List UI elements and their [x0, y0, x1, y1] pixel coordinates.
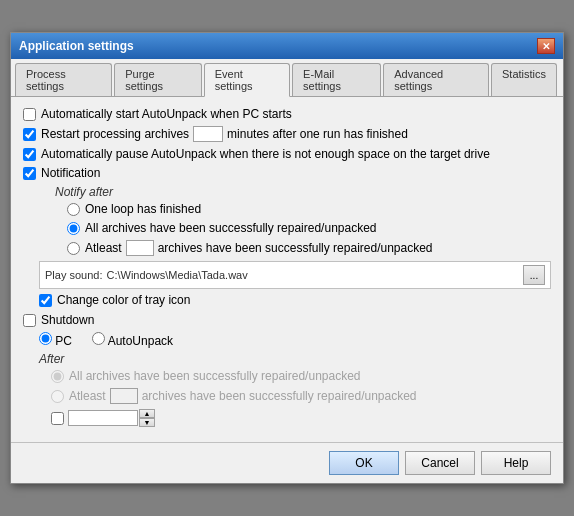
auto-start-label[interactable]: Automatically start AutoUnpack when PC s…: [23, 107, 292, 121]
shutdown-all-archives-label[interactable]: All archives have been successfully repa…: [51, 369, 361, 383]
one-loop-row: One loop has finished: [67, 202, 551, 216]
shutdown-atleast-value[interactable]: 1: [110, 388, 138, 404]
restart-processing-label[interactable]: Restart processing archives: [23, 127, 189, 141]
tab-purge-settings[interactable]: Purge settings: [114, 63, 202, 96]
all-archives-text: All archives have been successfully repa…: [85, 221, 377, 235]
shutdown-checkbox[interactable]: [23, 314, 36, 327]
atleast-radio[interactable]: [67, 242, 80, 255]
time-spinner: ▲ ▼: [139, 409, 155, 427]
notification-label: Notification: [41, 166, 100, 180]
auto-pause-text: Automatically pause AutoUnpack when ther…: [41, 147, 490, 161]
pc-radio[interactable]: [39, 332, 52, 345]
notification-indent: Notify after One loop has finished All a…: [39, 185, 551, 307]
close-button[interactable]: ✕: [537, 38, 555, 54]
shutdown-time-checkbox[interactable]: [51, 412, 64, 425]
atleast-suffix-text: archives have been successfully repaired…: [158, 241, 433, 255]
notification-checkbox[interactable]: [23, 167, 36, 180]
notify-after-label: Notify after: [55, 185, 551, 199]
shutdown-time-input[interactable]: 12:00:00 A: [68, 410, 138, 426]
shutdown-time-row: 12:00:00 A ▲ ▼: [51, 409, 551, 427]
shutdown-atleast-text: Atleast: [69, 389, 106, 403]
shutdown-atleast-row: Atleast 1 archives have been successfull…: [51, 388, 551, 404]
spin-down-button[interactable]: ▼: [139, 418, 155, 427]
pc-text: PC: [55, 334, 72, 348]
auto-pause-checkbox[interactable]: [23, 148, 36, 161]
restart-processing-text: Restart processing archives: [41, 127, 189, 141]
all-archives-row: All archives have been successfully repa…: [67, 221, 551, 235]
pc-option-label[interactable]: PC: [39, 332, 72, 348]
application-settings-window: Application settings ✕ Process settings …: [10, 32, 564, 484]
sound-path-text: C:\Windows\Media\Tada.wav: [106, 269, 519, 281]
autounpack-option-label[interactable]: AutoUnpack: [92, 332, 173, 348]
shutdown-all-archives-row: All archives have been successfully repa…: [51, 369, 551, 383]
auto-start-text: Automatically start AutoUnpack when PC s…: [41, 107, 292, 121]
one-loop-text: One loop has finished: [85, 202, 201, 216]
atleast-value-input[interactable]: 1: [126, 240, 154, 256]
one-loop-radio[interactable]: [67, 203, 80, 216]
shutdown-label: Shutdown: [41, 313, 94, 327]
tab-advanced-settings[interactable]: Advanced settings: [383, 63, 489, 96]
auto-start-checkbox[interactable]: [23, 108, 36, 121]
all-archives-label[interactable]: All archives have been successfully repa…: [67, 221, 377, 235]
change-color-text: Change color of tray icon: [57, 293, 190, 307]
shutdown-section-title: Shutdown: [23, 313, 551, 327]
titlebar-buttons: ✕: [537, 38, 555, 54]
play-sound-label: Play sound:: [45, 269, 102, 281]
cancel-button[interactable]: Cancel: [405, 451, 475, 475]
content-area: Automatically start AutoUnpack when PC s…: [11, 97, 563, 442]
window-title: Application settings: [19, 39, 134, 53]
auto-pause-label[interactable]: Automatically pause AutoUnpack when ther…: [23, 147, 490, 161]
spin-up-button[interactable]: ▲: [139, 409, 155, 418]
autounpack-radio[interactable]: [92, 332, 105, 345]
atleast-label[interactable]: Atleast: [67, 241, 122, 255]
restart-processing-checkbox[interactable]: [23, 128, 36, 141]
change-color-row: Change color of tray icon: [39, 293, 551, 307]
notification-section-title: Notification: [23, 166, 551, 180]
atleast-text: Atleast: [85, 241, 122, 255]
tab-event-settings[interactable]: Event settings: [204, 63, 290, 97]
one-loop-label[interactable]: One loop has finished: [67, 202, 201, 216]
shutdown-section: Shutdown PC AutoUnpack After All archive…: [23, 313, 551, 427]
browse-button[interactable]: ...: [523, 265, 545, 285]
restart-suffix-text: minutes after one run has finished: [227, 127, 408, 141]
shutdown-atleast-label[interactable]: Atleast: [51, 389, 106, 403]
titlebar: Application settings ✕: [11, 33, 563, 59]
help-button[interactable]: Help: [481, 451, 551, 475]
restart-minutes-input[interactable]: 5: [193, 126, 223, 142]
auto-pause-row: Automatically pause AutoUnpack when ther…: [23, 147, 551, 161]
change-color-label[interactable]: Change color of tray icon: [39, 293, 190, 307]
auto-start-row: Automatically start AutoUnpack when PC s…: [23, 107, 551, 121]
play-sound-row: Play sound: C:\Windows\Media\Tada.wav ..…: [39, 261, 551, 289]
shutdown-all-archives-text: All archives have been successfully repa…: [69, 369, 361, 383]
tab-statistics[interactable]: Statistics: [491, 63, 557, 96]
tab-email-settings[interactable]: E-Mail settings: [292, 63, 381, 96]
atleast-row: Atleast 1 archives have been successfull…: [67, 240, 551, 256]
shutdown-all-archives-radio[interactable]: [51, 370, 64, 383]
shutdown-atleast-suffix: archives have been successfully repaired…: [142, 389, 417, 403]
all-archives-radio[interactable]: [67, 222, 80, 235]
tabs-bar: Process settings Purge settings Event se…: [11, 59, 563, 97]
change-color-checkbox[interactable]: [39, 294, 52, 307]
tab-process-settings[interactable]: Process settings: [15, 63, 112, 96]
ok-button[interactable]: OK: [329, 451, 399, 475]
shutdown-atleast-radio[interactable]: [51, 390, 64, 403]
autounpack-text: AutoUnpack: [108, 334, 173, 348]
restart-processing-row: Restart processing archives 5 minutes af…: [23, 126, 551, 142]
shutdown-options: PC AutoUnpack: [39, 332, 551, 348]
after-label: After: [39, 352, 551, 366]
footer-bar: OK Cancel Help: [11, 442, 563, 483]
